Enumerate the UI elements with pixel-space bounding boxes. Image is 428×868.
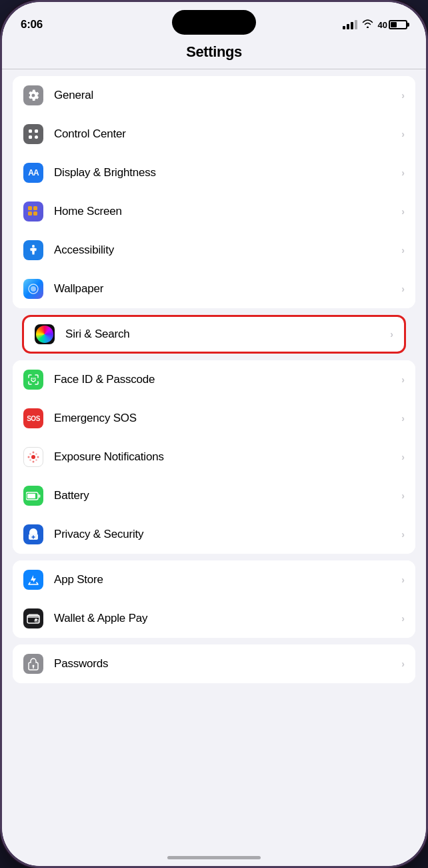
chevron-home-screen: › — [401, 206, 405, 217]
settings-item-home-screen[interactable]: Home Screen › — [13, 192, 415, 231]
siri-highlight-container: Siri & Search › — [13, 315, 415, 354]
icon-wrap-siri — [24, 324, 65, 344]
settings-item-passwords[interactable]: Passwords › — [13, 644, 415, 683]
label-battery: Battery — [54, 489, 399, 502]
battery-status-icon: 40 — [378, 20, 407, 30]
label-app-store: App Store — [54, 573, 399, 586]
settings-item-battery[interactable]: Battery › — [13, 476, 415, 515]
label-siri: Siri & Search — [65, 328, 387, 341]
settings-item-emergency-sos[interactable]: SOS Emergency SOS › — [13, 399, 415, 438]
settings-item-app-store[interactable]: App Store › — [13, 560, 415, 599]
sos-text: SOS — [27, 415, 40, 422]
svg-rect-2 — [29, 135, 32, 139]
label-general: General — [54, 89, 399, 102]
svg-rect-6 — [28, 211, 32, 215]
app-store-icon — [23, 570, 43, 590]
chevron-wallpaper: › — [401, 284, 405, 294]
svg-point-10 — [31, 378, 33, 379]
settings-item-siri[interactable]: Siri & Search › — [22, 315, 406, 354]
settings-item-exposure[interactable]: Exposure Notifications › — [13, 438, 415, 476]
settings-item-display-brightness[interactable]: AA Display & Brightness › — [13, 153, 415, 192]
siri-orb — [36, 326, 53, 343]
gear-icon — [23, 85, 43, 105]
privacy-icon — [23, 524, 43, 544]
battery-icon — [23, 486, 43, 506]
chevron-face-id: › — [401, 374, 405, 385]
label-emergency-sos: Emergency SOS — [54, 412, 399, 425]
settings-item-privacy[interactable]: Privacy & Security › — [13, 515, 415, 554]
signal-bar-2 — [347, 24, 349, 29]
svg-rect-23 — [39, 494, 41, 498]
signal-bar-4 — [355, 20, 357, 29]
phone-frame: 6:06 40 — [0, 0, 428, 868]
status-time: 6:06 — [21, 18, 43, 31]
homescreen-icon — [23, 201, 43, 222]
svg-point-18 — [35, 453, 37, 454]
signal-bar-1 — [343, 26, 345, 29]
label-display: Display & Brightness — [54, 166, 399, 179]
home-bar — [167, 856, 261, 859]
svg-point-20 — [35, 459, 37, 460]
chevron-emergency: › — [401, 413, 405, 424]
signal-bars-icon — [343, 20, 357, 29]
svg-point-19 — [29, 459, 31, 460]
svg-rect-27 — [29, 614, 38, 616]
label-wallet: Wallet & Apple Pay — [54, 612, 399, 625]
settings-item-control-center[interactable]: Control Center › — [13, 115, 415, 153]
svg-rect-4 — [28, 206, 32, 210]
svg-point-13 — [33, 452, 35, 454]
label-passwords: Passwords — [54, 657, 399, 671]
chevron-control-center: › — [401, 129, 405, 139]
exposure-icon — [23, 447, 43, 467]
icon-wrap-wallpaper — [13, 279, 54, 299]
settings-item-wallpaper[interactable]: Wallpaper › — [13, 270, 415, 308]
label-privacy: Privacy & Security — [54, 528, 399, 541]
chevron-siri: › — [390, 329, 393, 340]
status-icons: 40 — [343, 19, 407, 30]
icon-wrap-accessibility — [13, 240, 54, 260]
status-bar: 6:06 40 — [2, 2, 426, 38]
icon-wrap-wallet — [13, 608, 54, 628]
svg-point-9 — [31, 286, 36, 292]
svg-point-3 — [35, 135, 38, 139]
icon-wrap-exposure — [13, 447, 54, 467]
chevron-accessibility: › — [401, 245, 405, 256]
settings-group-2: Face ID & Passcode › SOS Emergency SOS › — [13, 360, 415, 554]
wallet-icon — [23, 608, 43, 628]
svg-point-16 — [37, 456, 39, 458]
settings-item-general[interactable]: General › — [13, 76, 415, 115]
settings-group-1: General › — [13, 76, 415, 308]
icon-wrap-privacy — [13, 524, 54, 544]
svg-rect-7 — [33, 211, 37, 215]
svg-point-11 — [35, 378, 36, 379]
svg-rect-0 — [29, 129, 32, 133]
svg-point-14 — [33, 461, 35, 463]
svg-rect-22 — [27, 494, 35, 498]
signal-bar-3 — [351, 22, 353, 29]
settings-item-wallet[interactable]: Wallet & Apple Pay › — [13, 599, 415, 638]
passwords-icon — [23, 654, 43, 674]
svg-point-15 — [28, 456, 30, 458]
chevron-exposure: › — [401, 452, 405, 462]
aa-icon: AA — [23, 163, 43, 183]
icon-wrap-home-screen — [13, 201, 54, 222]
wallpaper-icon — [23, 279, 43, 299]
svg-point-12 — [31, 455, 35, 459]
aa-text: AA — [28, 168, 38, 177]
page-title: Settings — [186, 43, 242, 60]
label-home-screen: Home Screen — [54, 205, 399, 218]
page-header: Settings — [2, 38, 426, 69]
chevron-battery: › — [401, 490, 405, 501]
battery-body — [389, 20, 407, 29]
accessibility-icon — [23, 240, 43, 260]
chevron-general: › — [401, 90, 405, 101]
settings-item-face-id[interactable]: Face ID & Passcode › — [13, 360, 415, 399]
svg-rect-1 — [35, 129, 38, 133]
scroll-content[interactable]: General › — [2, 69, 426, 866]
settings-group-3: App Store › — [13, 560, 415, 638]
wifi-icon — [362, 19, 373, 30]
settings-item-accessibility[interactable]: Accessibility › — [13, 231, 415, 270]
icon-wrap-control-center — [13, 124, 54, 144]
svg-point-17 — [29, 453, 31, 454]
label-control-center: Control Center — [54, 127, 399, 141]
